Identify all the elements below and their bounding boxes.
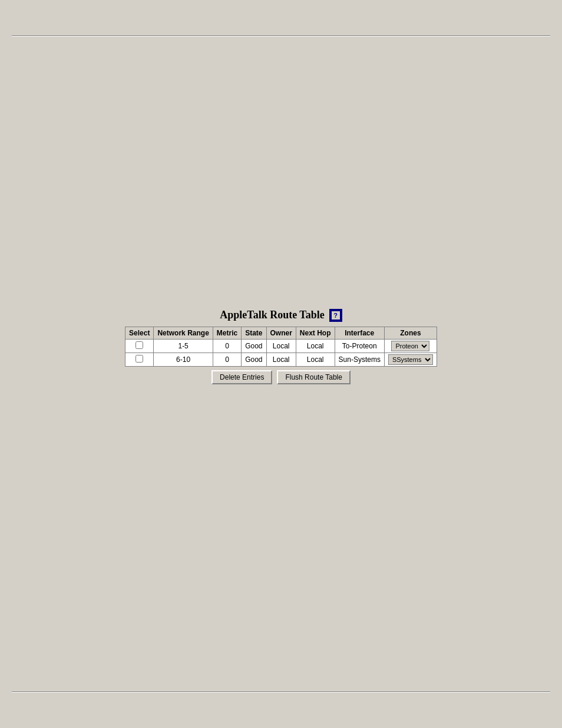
flush-route-table-button[interactable]: Flush Route Table: [277, 370, 351, 384]
row1-zones[interactable]: Proteon: [384, 339, 437, 353]
help-icon-label: ?: [333, 312, 338, 319]
col-header-network-range: Network Range: [154, 327, 213, 339]
col-header-interface: Interface: [335, 327, 384, 339]
row2-select[interactable]: [125, 353, 154, 366]
row1-checkbox[interactable]: [135, 341, 143, 349]
row2-zones-select[interactable]: SSystems: [388, 354, 433, 365]
help-button[interactable]: ?: [329, 309, 342, 322]
col-header-state: State: [242, 327, 266, 339]
row2-checkbox[interactable]: [135, 355, 143, 363]
row1-state: Good: [242, 339, 266, 353]
delete-entries-button[interactable]: Delete Entries: [211, 370, 272, 384]
main-content: AppleTalk Route Table ? Select Network R…: [12, 37, 550, 691]
row2-interface: Sun-Systems: [335, 353, 384, 366]
row2-state: Good: [242, 353, 266, 366]
route-table: Select Network Range Metric State Owner …: [125, 327, 437, 367]
row1-interface: To-Proteon: [335, 339, 384, 353]
table-container: AppleTalk Route Table ? Select Network R…: [125, 309, 437, 384]
row2-next-hop: Local: [296, 353, 335, 366]
title-row: AppleTalk Route Table ?: [220, 309, 342, 322]
row2-zones[interactable]: SSystems: [384, 353, 437, 366]
row1-zones-select[interactable]: Proteon: [391, 341, 429, 351]
row1-network-range: 1-5: [154, 339, 213, 353]
col-header-zones: Zones: [384, 327, 437, 339]
col-header-owner: Owner: [266, 327, 296, 339]
table-header-row: Select Network Range Metric State Owner …: [125, 327, 437, 339]
row1-next-hop: Local: [296, 339, 335, 353]
col-header-select: Select: [125, 327, 154, 339]
row2-owner: Local: [266, 353, 296, 366]
bottom-border: [12, 691, 550, 693]
row1-select[interactable]: [125, 339, 154, 353]
col-header-metric: Metric: [213, 327, 241, 339]
row2-metric: 0: [213, 353, 241, 366]
col-header-next-hop: Next Hop: [296, 327, 335, 339]
row1-metric: 0: [213, 339, 241, 353]
row1-owner: Local: [266, 339, 296, 353]
buttons-row: Delete Entries Flush Route Table: [211, 370, 351, 384]
table-row: 1-5 0 Good Local Local To-Proteon Proteo…: [125, 339, 437, 353]
table-row: 6-10 0 Good Local Local Sun-Systems SSys…: [125, 353, 437, 366]
page-title: AppleTalk Route Table: [220, 309, 324, 321]
help-icon: ?: [330, 310, 341, 321]
row2-network-range: 6-10: [154, 353, 213, 366]
